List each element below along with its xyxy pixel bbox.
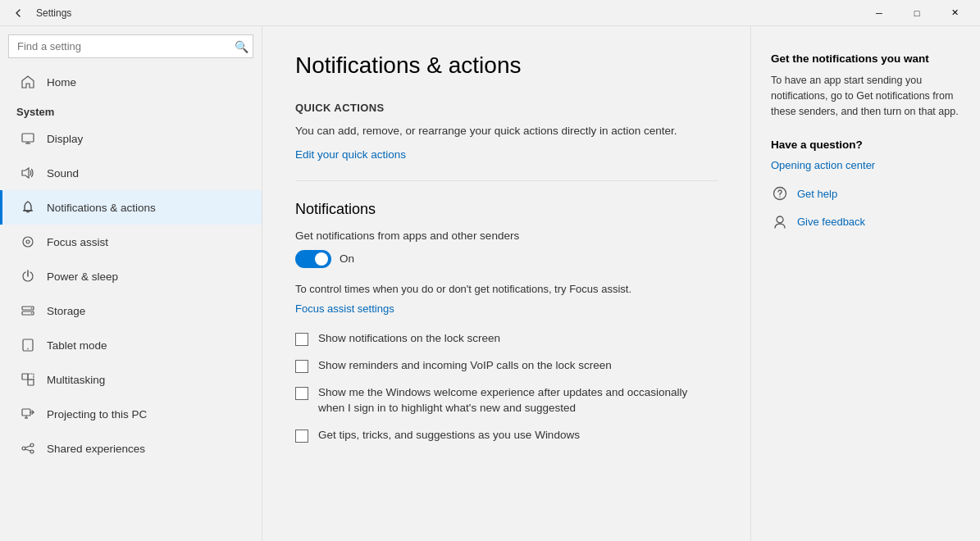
search-box: 🔍: [8, 34, 253, 58]
app-title: Settings: [36, 7, 860, 19]
sidebar-item-focus-assist[interactable]: Focus assist: [0, 225, 262, 259]
content-area: Notifications & actions Quick actions Yo…: [262, 26, 980, 541]
sound-icon: [19, 164, 37, 182]
voip-calls-checkbox[interactable]: [295, 360, 308, 373]
sidebar-item-label: Storage: [47, 305, 85, 317]
focus-assist-text: To control times when you do or don't ge…: [295, 281, 705, 298]
sidebar-item-label: Projecting to this PC: [47, 408, 147, 421]
app-body: 🔍 Home System Display Sound: [0, 26, 980, 541]
sidebar-item-display[interactable]: Display: [0, 121, 262, 156]
checkbox-welcome: Show me the Windows welcome experience a…: [295, 385, 705, 416]
focus-assist-settings-link[interactable]: Focus assist settings: [295, 302, 394, 315]
notifications-subtitle: Get notifications from apps and other se…: [295, 230, 718, 242]
sidebar-item-sound[interactable]: Sound: [0, 156, 262, 190]
sidebar-item-projecting[interactable]: Projecting to this PC: [0, 397, 262, 431]
svg-line-22: [25, 446, 30, 448]
maximize-button[interactable]: □: [898, 0, 936, 26]
svg-point-19: [22, 447, 25, 450]
get-help-label[interactable]: Get help: [797, 188, 837, 200]
sidebar-item-notifications[interactable]: Notifications & actions: [0, 190, 262, 225]
sidebar-item-label: Power & sleep: [47, 270, 118, 283]
sidebar-item-home[interactable]: Home: [0, 65, 262, 99]
right-panel: Get the notifications you want To have a…: [750, 26, 980, 541]
voip-calls-label[interactable]: Show reminders and incoming VoIP calls o…: [318, 358, 612, 374]
svg-marker-3: [22, 168, 29, 178]
shared-icon: [19, 439, 37, 457]
sidebar-item-multitasking[interactable]: Multitasking: [0, 362, 262, 397]
focus-icon: [19, 233, 37, 251]
sidebar-item-label: Multitasking: [47, 374, 105, 386]
have-question-title: Have a question?: [771, 139, 960, 151]
svg-point-5: [23, 237, 33, 247]
toggle-slider: [295, 250, 331, 268]
home-icon: [19, 73, 37, 91]
svg-point-10: [31, 312, 33, 314]
notifications-icon: [19, 198, 37, 216]
projecting-icon: [19, 405, 37, 423]
checkbox-lock-screen: Show notifications on the lock screen: [295, 331, 705, 347]
sidebar-item-power-sleep[interactable]: Power & sleep: [0, 259, 262, 293]
sidebar-item-label: Focus assist: [47, 236, 108, 248]
sidebar-item-storage[interactable]: Storage: [0, 293, 262, 328]
sidebar-item-label: Shared experiences: [47, 443, 145, 455]
get-notifications-body: To have an app start sending you notific…: [771, 73, 960, 119]
svg-point-25: [779, 197, 780, 198]
give-feedback-icon: [771, 212, 789, 230]
help-feedback-section: Get help Give feedback: [771, 184, 960, 230]
power-icon: [19, 267, 37, 285]
tips-checkbox[interactable]: [295, 430, 308, 443]
checkboxes-section: Show notifications on the lock screen Sh…: [295, 331, 718, 443]
svg-rect-16: [22, 409, 30, 416]
storage-icon: [19, 302, 37, 320]
welcome-experience-label[interactable]: Show me the Windows welcome experience a…: [318, 385, 705, 416]
notifications-toggle[interactable]: [295, 250, 331, 268]
lock-screen-label[interactable]: Show notifications on the lock screen: [318, 331, 500, 347]
multitasking-icon: [19, 371, 37, 389]
sidebar: 🔍 Home System Display Sound: [0, 26, 262, 541]
svg-point-9: [31, 307, 33, 309]
window-controls: ─ □ ✕: [860, 0, 973, 26]
give-feedback-item[interactable]: Give feedback: [771, 212, 960, 230]
sidebar-item-label: Tablet mode: [47, 339, 107, 352]
get-notifications-title: Get the notifications you want: [771, 52, 960, 65]
opening-action-center-link[interactable]: Opening action center: [771, 159, 960, 171]
welcome-experience-checkbox[interactable]: [295, 387, 308, 400]
svg-rect-13: [22, 374, 28, 380]
minimize-button[interactable]: ─: [860, 0, 898, 26]
quick-actions-description: You can add, remove, or rearrange your q…: [295, 124, 705, 139]
main-content: Notifications & actions Quick actions Yo…: [262, 26, 750, 541]
svg-rect-0: [22, 134, 34, 142]
tablet-icon: [19, 336, 37, 354]
checkbox-voip: Show reminders and incoming VoIP calls o…: [295, 358, 705, 374]
svg-point-20: [30, 443, 34, 447]
back-button[interactable]: [7, 2, 30, 25]
page-title: Notifications & actions: [295, 52, 718, 79]
sidebar-item-tablet-mode[interactable]: Tablet mode: [0, 328, 262, 362]
svg-point-26: [777, 216, 783, 223]
titlebar: Settings ─ □ ✕: [0, 0, 980, 26]
search-input[interactable]: [8, 34, 253, 58]
close-button[interactable]: ✕: [936, 0, 973, 26]
section-divider: [295, 180, 718, 181]
svg-point-6: [26, 240, 30, 243]
sidebar-item-label: Notifications & actions: [47, 202, 156, 214]
search-icon[interactable]: 🔍: [235, 40, 248, 53]
sidebar-item-shared[interactable]: Shared experiences: [0, 431, 262, 466]
tips-label[interactable]: Get tips, tricks, and suggestions as you…: [318, 428, 580, 443]
svg-rect-14: [28, 380, 34, 385]
notifications-heading: Notifications: [295, 201, 718, 218]
system-label: System: [0, 99, 262, 121]
get-help-item[interactable]: Get help: [771, 184, 960, 202]
display-icon: [19, 130, 37, 148]
toggle-row: On: [295, 250, 718, 268]
give-feedback-label[interactable]: Give feedback: [797, 216, 865, 228]
sidebar-item-label: Display: [47, 133, 83, 145]
lock-screen-checkbox[interactable]: [295, 333, 308, 346]
get-help-icon: [771, 184, 789, 202]
edit-quick-actions-link[interactable]: Edit your quick actions: [295, 148, 406, 161]
svg-line-23: [25, 449, 30, 451]
checkbox-tips: Get tips, tricks, and suggestions as you…: [295, 428, 705, 443]
sidebar-item-label: Home: [47, 76, 76, 89]
toggle-label: On: [340, 252, 354, 265]
svg-rect-15: [28, 374, 34, 380]
